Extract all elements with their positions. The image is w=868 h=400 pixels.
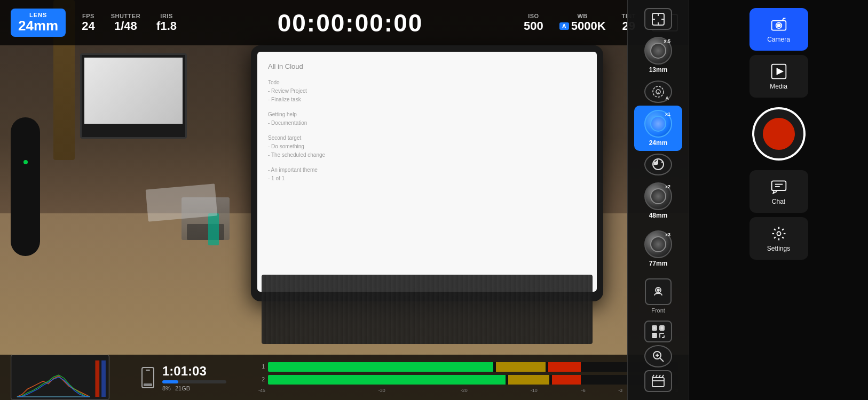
wb-label: WB (577, 13, 587, 19)
ipad-content-section: Todo - Review Project - Finalize task (268, 78, 586, 104)
audio-meter-bar-1 (268, 362, 678, 372)
fps-value: 24 (82, 19, 94, 33)
audio-meter-bar-2 (268, 375, 678, 385)
lens-panel: x.5 13mm A A x1 24mm x2 4 (627, 0, 689, 400)
scan-button[interactable] (644, 321, 672, 342)
sidebar-chat-button[interactable]: Chat (749, 170, 808, 213)
reticle-button[interactable] (644, 8, 672, 30)
record-button[interactable] (752, 107, 806, 161)
svg-rect-4 (95, 361, 99, 397)
sidebar-settings-button[interactable]: Settings (749, 217, 808, 260)
svg-rect-23 (661, 327, 663, 329)
background-monitor (80, 53, 187, 139)
lens-indicator[interactable]: LENS 24mm (11, 9, 66, 37)
iris-label: IRIS (160, 13, 172, 19)
lens-focal-24mm: 24mm (649, 139, 668, 147)
front-camera-button[interactable]: Front (645, 278, 672, 314)
lens-focal-48mm: 48mm (649, 212, 668, 219)
timecode-display: 00:00:00:00 (193, 9, 508, 37)
iso-value: 500 (524, 19, 543, 33)
ipad-app-title: All in Cloud (268, 62, 586, 70)
lens-option-13mm[interactable]: x.5 13mm (634, 33, 682, 78)
hud-top-bar: LENS 24mm FPS 24 SHUTTER 1/48 IRIS f1.8 … (0, 0, 689, 45)
lens-option-24mm[interactable]: x1 24mm (634, 106, 682, 151)
exposure-button[interactable] (644, 154, 672, 175)
svg-rect-22 (653, 327, 656, 329)
ipad-body: All in Cloud Todo - Review Project - Fin… (251, 45, 603, 301)
settings-button-label: Settings (767, 245, 790, 252)
iso-label: ISO (528, 13, 539, 19)
lens-option-77mm[interactable]: x3 77mm (634, 226, 682, 271)
lens-multiplier-05: x.5 (664, 38, 670, 44)
storage-stats: 8% 21GB (162, 385, 226, 391)
lens-option-48mm[interactable]: x2 48mm (634, 178, 682, 223)
chat-button-label: Chat (772, 198, 785, 205)
svg-rect-5 (101, 361, 106, 397)
svg-point-18 (657, 289, 659, 291)
phone-icon (141, 367, 154, 388)
device-indicator (23, 160, 28, 164)
iso-indicator[interactable]: ISO 500 (524, 13, 543, 33)
iris-value: f1.8 (156, 19, 177, 33)
media-button-label: Media (770, 83, 787, 90)
ipad-on-keyboard: All in Cloud Todo - Review Project - Fin… (251, 45, 609, 344)
svg-rect-33 (652, 378, 664, 387)
fps-indicator[interactable]: FPS 24 (82, 13, 94, 33)
front-camera-label: Front (651, 307, 665, 314)
sidebar-camera-button[interactable]: Camera (749, 8, 808, 51)
audio-channel-1: 1 (258, 362, 678, 372)
svg-rect-44 (771, 181, 786, 190)
svg-line-30 (660, 358, 664, 362)
audio-channel-2: 2 (258, 375, 678, 385)
channel2-label: 2 (258, 377, 265, 382)
svg-rect-24 (653, 334, 656, 337)
wb-indicator[interactable]: WB A 5000K (559, 13, 606, 33)
lens-multiplier-2x: x2 (665, 184, 670, 189)
channel1-label: 1 (258, 364, 265, 370)
shutter-indicator[interactable]: SHUTTER 1/48 (111, 13, 140, 33)
svg-text:A: A (657, 91, 660, 95)
iris-indicator[interactable]: IRIS f1.8 (156, 13, 177, 33)
battery-percent: 8% (162, 385, 171, 391)
af-button[interactable]: A A (644, 81, 672, 102)
lens-focal-77mm: 77mm (649, 260, 668, 267)
storage-section: 1:01:03 8% 21GB (141, 364, 226, 391)
sidebar-right: Camera Media Chat (689, 0, 868, 400)
storage-info: 1:01:03 8% 21GB (162, 364, 226, 391)
camera-viewfinder: All in Cloud Todo - Review Project - Fin… (0, 0, 689, 400)
search-plus-button[interactable] (644, 345, 672, 367)
keyboard (262, 275, 593, 344)
audio-meters-section: 1 2 -45 -30 -20 -10 -6 (258, 362, 678, 393)
space-remaining: 21GB (175, 385, 190, 391)
audio-scale: -45 -30 -20 -10 -6 -3 0 3 (258, 388, 678, 393)
fps-label: FPS (82, 13, 94, 19)
storage-bar-fill (162, 380, 178, 383)
ipad-screen: All in Cloud Todo - Review Project - Fin… (257, 52, 597, 292)
shutter-value: 1/48 (114, 19, 137, 33)
clapboard-button[interactable] (644, 370, 672, 392)
wb-value: 5000K (571, 19, 606, 33)
svg-point-41 (777, 24, 780, 27)
wb-auto-badge: A (559, 22, 569, 30)
camera-button-label: Camera (767, 36, 790, 43)
device-left (11, 117, 40, 256)
shutter-label: SHUTTER (111, 13, 140, 19)
sidebar-media-button[interactable]: Media (749, 55, 808, 98)
histogram (11, 355, 109, 400)
svg-point-47 (777, 231, 780, 235)
svg-marker-43 (777, 68, 783, 74)
lens-multiplier-1x: x1 (665, 111, 670, 117)
lens-value: 24mm (18, 18, 58, 34)
lens-focal-13mm: 13mm (649, 66, 668, 74)
hud-bottom-bar: 1:01:03 8% 21GB 1 2 (0, 355, 689, 400)
storage-bar (162, 380, 226, 383)
time-remaining: 1:01:03 (162, 364, 226, 379)
lens-multiplier-3x: x3 (665, 232, 670, 237)
